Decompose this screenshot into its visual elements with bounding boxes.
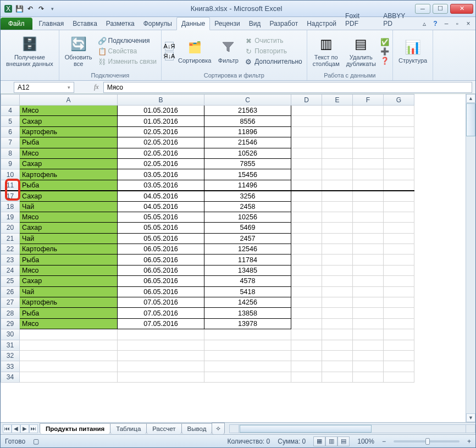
cell[interactable] [353,169,384,180]
cell[interactable] [353,244,384,255]
qat-undo-icon[interactable]: ↶ [26,4,35,13]
cell[interactable] [291,318,322,329]
cell[interactable] [322,329,353,340]
cell[interactable]: 01.05.2016 [118,116,204,126]
cell[interactable] [20,329,118,340]
cell[interactable]: 13858 [204,308,291,318]
chevron-down-icon[interactable]: ▾ [68,85,70,90]
cell[interactable] [384,148,414,158]
filter-button[interactable]: Фильтр [215,37,241,65]
tab-addins[interactable]: Надстрой [302,18,341,30]
cell[interactable] [353,201,384,212]
cell[interactable] [384,137,414,148]
cell[interactable] [384,106,414,116]
macro-record-icon[interactable]: ▢ [33,438,39,445]
cell[interactable] [118,372,204,382]
cell[interactable]: Чай [20,233,118,244]
remove-duplicates-button[interactable]: ▤ Удалить дубликаты [344,34,378,68]
cell[interactable] [353,126,384,137]
cell[interactable]: 06.05.2016 [118,265,204,275]
qat-customize-icon[interactable]: ▾ [48,4,57,13]
cell[interactable] [291,244,322,255]
cell[interactable] [291,201,322,212]
validation-icon[interactable]: ✅ [380,37,389,46]
tab-nav-next[interactable]: ▶ [20,424,29,433]
cell[interactable] [322,106,353,116]
fx-icon[interactable]: fx [90,83,103,91]
cell[interactable] [322,223,353,233]
cell[interactable]: Сахар [20,276,118,286]
cell[interactable] [291,233,322,244]
cell[interactable] [118,340,204,350]
cell[interactable] [291,148,322,158]
sort-button[interactable]: 🗂️ Сортировка [176,37,213,65]
cell[interactable]: 06.05.2016 [118,255,204,265]
row-header[interactable]: 17 [1,191,20,201]
worksheet[interactable]: A B C D E F G 4Мясо01.05.2016215635Сахар… [1,94,475,422]
cell[interactable] [384,329,414,340]
cell[interactable]: Чай [20,286,118,297]
cell[interactable] [384,116,414,126]
cell[interactable]: Рыба [20,137,118,148]
col-header-D[interactable]: D [291,95,322,106]
cell[interactable]: 14256 [204,297,291,308]
row-header[interactable]: 8 [1,148,20,158]
row-header[interactable]: 31 [1,340,20,350]
cell[interactable] [322,191,353,201]
cell[interactable] [353,255,384,265]
cell[interactable] [384,180,414,190]
cell[interactable]: 05.05.2016 [118,233,204,244]
cell[interactable] [322,137,353,148]
close-button[interactable]: ✕ [450,4,473,14]
cell[interactable] [384,308,414,318]
zoom-slider[interactable] [394,440,460,443]
vertical-scrollbar[interactable]: ▲ ▼ [466,94,475,422]
cell[interactable]: 10256 [204,212,291,222]
cell[interactable] [322,286,353,297]
cell[interactable]: 03.05.2016 [118,180,204,190]
row-header[interactable]: 23 [1,255,20,265]
window-close-icon[interactable]: × [464,20,472,27]
cell[interactable]: 11784 [204,255,291,265]
cell[interactable] [322,265,353,275]
cell[interactable] [384,276,414,286]
cell[interactable]: 02.05.2016 [118,126,204,137]
cell[interactable] [353,286,384,297]
advanced-filter-button[interactable]: ⚙Дополнительно [243,57,303,67]
select-all[interactable] [1,95,20,106]
cell[interactable] [384,340,414,350]
cell[interactable] [204,361,291,372]
cell[interactable]: 05.05.2016 [118,223,204,233]
cell[interactable] [353,223,384,233]
row-header[interactable]: 26 [1,286,20,297]
cell[interactable]: Картофель [20,126,118,137]
cell[interactable] [322,361,353,372]
row-header[interactable]: 19 [1,212,20,222]
cell[interactable]: 06.05.2016 [118,286,204,297]
cell[interactable]: 3256 [204,191,291,201]
cell[interactable]: Мясо [20,148,118,158]
cell[interactable] [204,350,291,361]
properties-button[interactable]: 📋Свойства [97,46,158,56]
cell[interactable]: 21546 [204,137,291,148]
view-layout-icon[interactable]: ▥ [325,436,337,446]
clear-filter-button[interactable]: ✖Очистить [243,36,303,46]
cell[interactable]: 03.05.2016 [118,169,204,180]
cell[interactable] [353,276,384,286]
view-pagebreak-icon[interactable]: ▤ [337,436,350,446]
cell[interactable] [322,297,353,308]
cell[interactable] [291,372,322,382]
cell[interactable] [353,158,384,169]
cell[interactable]: 02.05.2016 [118,137,204,148]
cell[interactable] [384,286,414,297]
cell[interactable] [353,361,384,372]
cell[interactable]: 13978 [204,318,291,329]
cell[interactable]: 4578 [204,276,291,286]
qat-redo-icon[interactable]: ↷ [37,4,46,13]
cell[interactable] [291,126,322,137]
tab-review[interactable]: Рецензи [210,18,244,30]
row-header[interactable]: 5 [1,116,20,126]
tab-nav-first[interactable]: ⏮ [3,424,12,433]
name-box[interactable]: A12▾ [14,82,74,93]
row-header[interactable]: 32 [1,350,20,361]
